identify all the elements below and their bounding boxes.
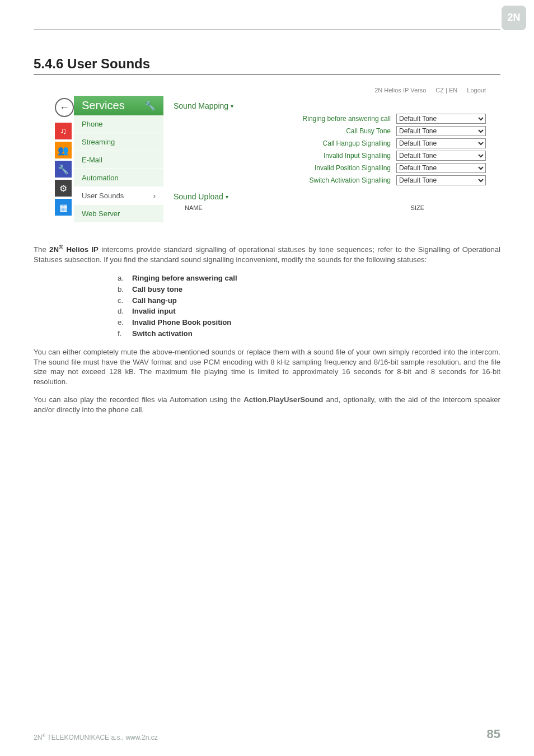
mapping-label: Invalid Position Signalling — [174, 164, 391, 172]
sidebar-item-automation[interactable]: Automation — [74, 169, 163, 187]
nav-tile-services[interactable]: 🔧 — [55, 161, 72, 178]
mapping-select-invalid-input[interactable]: Default Tone — [396, 151, 486, 161]
paragraph-3: You can also play the recorded files via… — [34, 395, 500, 415]
chevron-down-icon: ▾ — [231, 103, 233, 109]
mapping-label: Switch Activation Signalling — [174, 176, 391, 184]
mapping-select-ringing[interactable]: Default Tone — [396, 114, 486, 124]
col-name: NAME — [185, 204, 203, 211]
upload-table-header: NAME SIZE — [174, 203, 491, 211]
sidebar-item-email[interactable]: E-Mail — [74, 151, 163, 169]
sidebar-item-streaming[interactable]: Streaming — [74, 133, 163, 151]
intro-paragraph: The 2N® Helios IP intercoms provide stan… — [34, 243, 500, 265]
nav-tile-directory[interactable]: 👥 — [55, 142, 72, 158]
sound-upload-header[interactable]: Sound Upload ▾ — [174, 192, 491, 201]
paragraph-2: You can either completely mute the above… — [34, 347, 500, 387]
mapping-label: Call Busy Tone — [174, 127, 391, 135]
mapping-select-invalid-position[interactable]: Default Tone — [396, 163, 486, 173]
svg-text:2N: 2N — [507, 12, 520, 23]
mapping-row-ringing: Ringing before answering call Default To… — [174, 113, 491, 125]
sidebar-item-user-sounds[interactable]: User Sounds › — [74, 187, 163, 205]
nav-tile-system[interactable]: ▦ — [55, 199, 72, 216]
mapping-row-invalid-input: Invalid Input Signalling Default Tone — [174, 150, 491, 162]
topbar: 2N Helios IP Verso CZ | EN Logout — [55, 83, 491, 96]
sidebar-item-phone[interactable]: Phone — [74, 115, 163, 133]
list-item: e.Invalid Phone Book position — [118, 317, 500, 328]
language-switch[interactable]: CZ | EN — [435, 87, 457, 94]
list-item: d.Invalid input — [118, 306, 500, 317]
sidebar-item-web-server[interactable]: Web Server — [74, 205, 163, 223]
sidebar: Services 🔧 Phone Streaming E-Mail Automa… — [74, 96, 163, 223]
sidebar-header: Services 🔧 — [74, 96, 163, 115]
admin-screenshot: 2N Helios IP Verso CZ | EN Logout ← ♫ 👥 … — [55, 83, 500, 223]
chevron-right-icon: › — [153, 192, 156, 200]
footer-company: 2N® TELEKOMUNIKACE a.s., www.2n.cz — [34, 733, 158, 741]
mapping-label: Ringing before answering call — [174, 115, 391, 123]
chevron-down-icon: ▾ — [226, 194, 228, 200]
nav-tile-status[interactable]: ♫ — [55, 123, 72, 139]
back-button[interactable]: ← — [55, 98, 74, 117]
sound-mapping-title: Sound Mapping — [174, 101, 228, 110]
col-size: SIZE — [411, 204, 424, 211]
icon-rail: ← ♫ 👥 🔧 ⚙ ▦ — [55, 96, 74, 223]
mapping-row-switch-activation: Switch Activation Signalling Default Ton… — [174, 174, 491, 186]
logout-link[interactable]: Logout — [467, 87, 486, 94]
main-panel: Sound Mapping ▾ Ringing before answering… — [163, 96, 491, 223]
title-underline — [34, 74, 500, 74]
mapping-select-busy[interactable]: Default Tone — [396, 126, 486, 136]
brand-logo: 2N — [502, 6, 526, 30]
list-item: b.Call busy tone — [118, 284, 500, 295]
sidebar-title: Services — [82, 99, 125, 112]
sound-mapping-header[interactable]: Sound Mapping ▾ — [174, 101, 491, 110]
mapping-label: Call Hangup Signalling — [174, 139, 391, 147]
wrench-icon: 🔧 — [144, 100, 156, 111]
sound-upload-title: Sound Upload — [174, 192, 223, 201]
status-list: a.Ringing before answering call b.Call b… — [118, 273, 500, 339]
page-number: 85 — [487, 727, 500, 741]
mapping-label: Invalid Input Signalling — [174, 152, 391, 160]
header-rule — [34, 29, 500, 30]
mapping-row-busy: Call Busy Tone Default Tone — [174, 125, 491, 137]
nav-tile-hardware[interactable]: ⚙ — [55, 180, 72, 197]
sidebar-item-label: User Sounds — [82, 192, 124, 200]
mapping-row-invalid-position: Invalid Position Signalling Default Tone — [174, 162, 491, 174]
mapping-select-hangup[interactable]: Default Tone — [396, 138, 486, 148]
list-item: a.Ringing before answering call — [118, 273, 500, 284]
list-item: c.Call hang-up — [118, 295, 500, 306]
page-footer: 2N® TELEKOMUNIKACE a.s., www.2n.cz 85 — [34, 726, 500, 741]
mapping-select-switch-activation[interactable]: Default Tone — [396, 175, 486, 185]
page-title: 5.4.6 User Sounds — [34, 56, 500, 72]
mapping-row-hangup: Call Hangup Signalling Default Tone — [174, 137, 491, 150]
list-item: f.Switch activation — [118, 328, 500, 339]
device-name: 2N Helios IP Verso — [374, 87, 426, 94]
